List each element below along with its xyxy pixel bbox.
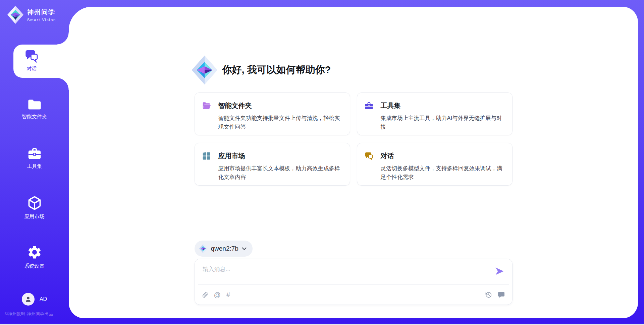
card-description: 应用市场提供丰富长文本模板，助力高效生成多样化文章内容 <box>218 164 344 181</box>
hashtag-icon[interactable]: # <box>226 291 230 298</box>
card-description: 灵活切换多模型文件，支持多样回复效果调试，满足个性化需求 <box>381 164 506 181</box>
sidebar-item-app-market[interactable]: 应用市场 <box>0 196 69 220</box>
greeting-title: 你好, 我可以如何帮助你? <box>222 63 331 77</box>
user-account[interactable]: AD <box>0 293 69 306</box>
chevron-down-icon <box>242 247 247 250</box>
sidebar-item-label: 对话 <box>27 66 37 72</box>
greeting-diamond-icon <box>191 54 218 86</box>
avatar <box>22 293 35 306</box>
feature-cards: 智能文件夹 智能文件夹功能支持批量文件上传与清洗，轻松实现文件问答 工具集 集成… <box>195 92 513 186</box>
paperclip-icon[interactable] <box>202 291 208 298</box>
sidebar-item-settings[interactable]: 系统设置 <box>0 245 69 269</box>
cube-icon <box>27 196 42 210</box>
copyright-text: ©神州数码·神州问学出品 <box>5 311 53 317</box>
toolbox-icon <box>365 102 373 111</box>
card-title: 对话 <box>381 151 506 160</box>
model-selector[interactable]: qwen2:7b <box>195 241 253 257</box>
card-title: 智能文件夹 <box>218 101 344 110</box>
sidebar-item-label: 智能文件夹 <box>22 114 47 120</box>
feedback-icon[interactable] <box>498 291 505 298</box>
card-chat[interactable]: 对话 灵活切换多模型文件，支持多样回复效果调试，满足个性化需求 <box>357 143 513 186</box>
message-input[interactable] <box>195 259 490 282</box>
sidebar-item-toolset[interactable]: 工具集 <box>0 147 69 170</box>
card-title: 应用市场 <box>218 151 344 160</box>
brand-name: 神州问学 <box>27 8 56 17</box>
grid-icon <box>202 152 211 161</box>
mention-icon[interactable]: @ <box>214 291 221 298</box>
sidebar-item-label: 工具集 <box>27 163 42 170</box>
chat-icon <box>24 49 39 63</box>
folder-open-icon <box>202 102 211 111</box>
card-app-market[interactable]: 应用市场 应用市场提供丰富长文本模板，助力高效生成多样化文章内容 <box>195 143 350 186</box>
card-smart-folder[interactable]: 智能文件夹 智能文件夹功能支持批量文件上传与清洗，轻松实现文件问答 <box>195 92 350 135</box>
greeting: 你好, 我可以如何帮助你? <box>191 54 331 86</box>
card-description: 智能文件夹功能支持批量文件上传与清洗，轻松实现文件问答 <box>218 114 344 131</box>
card-toolset[interactable]: 工具集 集成市场上主流工具，助力AI与外界无缝扩展与对接 <box>357 92 513 135</box>
folder-icon <box>28 99 42 111</box>
model-name: qwen2:7b <box>211 245 238 252</box>
tab-fillet-top <box>57 32 69 45</box>
send-icon[interactable] <box>495 267 504 276</box>
card-description: 集成市场上主流工具，助力AI与外界无缝扩展与对接 <box>381 114 506 131</box>
sidebar-item-label: 系统设置 <box>24 263 45 269</box>
gear-icon <box>27 245 42 260</box>
app-logo[interactable]: 神州问学 Smart Vision <box>7 5 56 24</box>
toolbox-icon <box>28 147 42 160</box>
message-composer: @ # <box>195 259 513 305</box>
user-initials: AD <box>40 296 47 302</box>
diamond-logo-icon <box>199 244 208 254</box>
history-icon[interactable] <box>485 291 492 298</box>
composer-toolbar: @ # <box>202 285 505 305</box>
tab-fillet-bottom <box>57 78 69 90</box>
sidebar-item-chat[interactable]: 对话 <box>0 49 66 72</box>
sidebar-item-label: 应用市场 <box>24 213 45 220</box>
window-bottom-edge <box>0 324 644 325</box>
brand-subtitle: Smart Vision <box>27 18 56 22</box>
brand-diamond-icon <box>7 5 24 24</box>
card-title: 工具集 <box>381 101 506 110</box>
chat-icon <box>365 152 374 161</box>
main-panel: 你好, 我可以如何帮助你? 智能文件夹 智能文件夹功能支持批量文件上传与清洗，轻… <box>69 7 638 318</box>
sidebar-item-smart-folder[interactable]: 智能文件夹 <box>0 99 69 120</box>
